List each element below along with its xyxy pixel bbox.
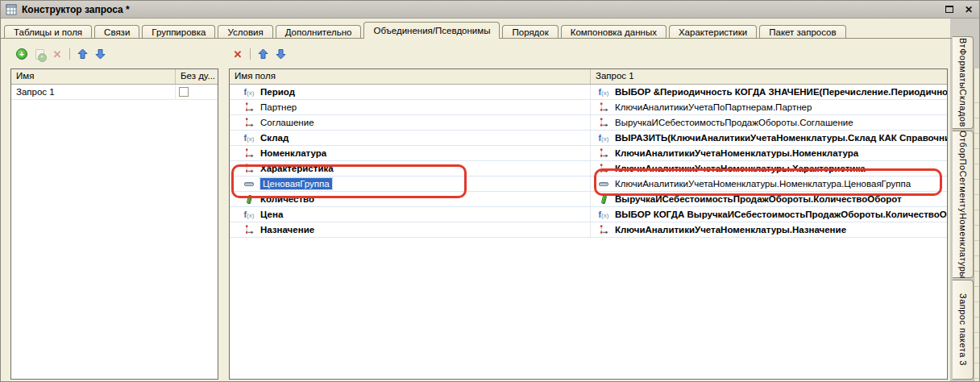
tab-additional[interactable]: Дополнительно [276, 25, 362, 39]
minus-icon [243, 182, 255, 186]
field-name-cell[interactable]: ЦеноваяГруппа [230, 176, 591, 191]
queries-toolbar: +✕ [14, 46, 110, 62]
table-row[interactable]: ПартнерКлючиАналитикиУчетаПоПартнерам.Па… [230, 100, 947, 115]
table-row[interactable]: f(x)Периодf(x)ВЫБОР &Периодичность КОГДА… [230, 85, 947, 100]
field-name-label: Номенклатура [260, 148, 326, 158]
column-header-query1: Запрос 1 [591, 69, 947, 84]
field-name-cell[interactable]: Назначение [230, 222, 591, 237]
query1-value-label: КлючиАналитикиУчетаНоменклатуры.Назначен… [615, 225, 846, 235]
query-name-cell[interactable]: Запрос 1 [11, 85, 176, 99]
queries-table[interactable]: Имя Без ду... Запрос 1 [10, 69, 218, 380]
add-copy-icon [31, 47, 48, 61]
fx-icon: f(x) [243, 210, 255, 219]
table-grid-icon [6, 4, 17, 15]
move-up-icon[interactable] [74, 47, 90, 61]
field-name-cell[interactable]: Соглашение [230, 115, 591, 130]
query1-value-label: ВыручкаИСебестоимостьПродажОбороты.Согла… [615, 118, 853, 127]
move-down-icon[interactable] [272, 47, 289, 61]
query1-value-cell[interactable]: КлючиАналитикиУчетаПоПартнерам.Партнер [591, 100, 947, 114]
field-icon [243, 118, 255, 127]
table-row[interactable]: ХарактеристикаКлючиАналитикиУчетаНоменкл… [230, 161, 947, 176]
fx-icon: f(x) [597, 87, 610, 97]
query-row[interactable]: Запрос 1 [11, 85, 218, 100]
field-name-cell[interactable]: f(x)Цена [230, 207, 591, 222]
table-row[interactable]: f(x)Складf(x)ВЫРАЗИТЬ(КлючиАналитикиУчет… [230, 131, 947, 146]
table-row[interactable]: СоглашениеВыручкаИСебестоимостьПродажОбо… [230, 115, 947, 131]
query1-value-cell[interactable]: f(x)ВЫБОР &Периодичность КОГДА ЗНАЧЕНИЕ(… [591, 85, 947, 99]
table-row[interactable]: НазначениеКлючиАналитикиУчетаНоменклатур… [230, 222, 947, 238]
query1-value-cell[interactable]: f(x)ВЫБОР КОГДА ВыручкаИСебестоимостьПро… [591, 207, 947, 222]
tab-query-batch[interactable]: Пакет запросов [759, 25, 845, 39]
query1-value-label: ВЫБОР КОГДА ВыручкаИСебестоимостьПродажО… [615, 210, 947, 219]
move-down-icon[interactable] [92, 47, 108, 61]
field-name-cell[interactable]: Партнер [230, 100, 591, 114]
queries-table-header: Имя Без ду... [11, 69, 218, 85]
column-header-name: Имя [11, 69, 176, 84]
field-icon [243, 148, 255, 158]
field-name-label: Соглашение [260, 118, 314, 127]
tab-tables-fields[interactable]: Таблицы и поля [4, 25, 92, 39]
maximize-button[interactable] [942, 3, 957, 16]
fx-icon: f(x) [243, 87, 255, 97]
close-button[interactable]: ✕ [961, 3, 976, 16]
query1-value-label: ВЫРАЗИТЬ(КлючиАналитикиУчетаНоменклатуры… [615, 133, 947, 143]
field-name-cell[interactable]: Номенклатура [230, 146, 591, 160]
tab-data-composition[interactable]: Компоновка данных [561, 25, 666, 39]
tab-links[interactable]: Связи [94, 25, 139, 39]
query1-value-cell[interactable]: КлючиАналитикиУчетаНоменклатуры.Номенкла… [591, 176, 947, 191]
field-name-label: Количество [260, 194, 314, 204]
tab-strip: Таблицы и поляСвязиГруппировкаУсловияДоп… [4, 22, 978, 39]
side-tab-strip: ВтФорматыСкладовОтборПоСегментуНоменклат… [950, 19, 979, 382]
toolbar-separator [69, 48, 70, 60]
field-name-cell[interactable]: Количество [230, 192, 591, 206]
field-name-label: Цена [260, 210, 283, 219]
sum-icon [597, 195, 610, 204]
query1-value-label: КлючиАналитикиУчетаПоПартнерам.Партнер [615, 102, 812, 112]
query1-value-cell[interactable]: ВыручкаИСебестоимостьПродажОбороты.Колич… [591, 192, 947, 206]
maximize-icon [945, 6, 953, 13]
fields-toolbar: ✕ [230, 46, 290, 62]
title-bar[interactable]: Конструктор запроса * ✕ [1, 1, 980, 19]
field-name-cell[interactable]: Характеристика [230, 161, 591, 176]
field-icon [597, 118, 610, 127]
tab-grouping[interactable]: Группировка [142, 25, 215, 39]
side-tab-vt-formaty-skladov[interactable]: ВтФорматыСкладов [953, 36, 974, 129]
table-row[interactable]: НоменклатураКлючиАналитикиУчетаНоменклат… [230, 146, 947, 161]
union-aliases-table[interactable]: Имя поля Запрос 1 f(x)Периодf(x)ВЫБОР &П… [229, 69, 948, 380]
add-icon[interactable]: + [14, 47, 30, 61]
table-row[interactable]: f(x)Ценаf(x)ВЫБОР КОГДА ВыручкаИСебестои… [230, 207, 947, 222]
query1-value-cell[interactable]: f(x)ВЫРАЗИТЬ(КлючиАналитикиУчетаНоменкла… [591, 131, 947, 145]
column-header-no-duplicates: Без ду... [176, 69, 218, 84]
tab-unions-aliases[interactable]: Объединения/Псевдонимы [363, 22, 500, 39]
query1-value-cell[interactable]: ВыручкаИСебестоимостьПродажОбороты.Согла… [591, 115, 947, 130]
tab-conditions[interactable]: Условия [218, 25, 272, 39]
fx-icon: f(x) [597, 210, 610, 219]
field-name-label: Склад [260, 133, 289, 143]
field-icon [597, 148, 610, 158]
query1-value-label: ВыручкаИСебестоимостьПродажОбороты.Колич… [615, 194, 902, 204]
side-tab-zapros-paketa-3[interactable]: Запрос пакета 3 [953, 280, 974, 380]
field-name-cell[interactable]: f(x)Склад [230, 131, 591, 145]
query1-value-cell[interactable]: КлючиАналитикиУчетаНоменклатуры.Характер… [591, 161, 947, 176]
query1-value-cell[interactable]: КлючиАналитикиУчетаНоменклатуры.Номенкла… [591, 146, 947, 160]
field-name-label: Назначение [260, 225, 314, 235]
fx-icon: f(x) [597, 133, 610, 143]
toolbar-separator [250, 48, 251, 60]
no-duplicates-checkbox[interactable] [179, 87, 189, 97]
query1-value-label: КлючиАналитикиУчетаНоменклатуры.Номенкла… [615, 179, 911, 189]
window-title: Конструктор запроса * [22, 4, 937, 15]
tab-characteristics[interactable]: Характеристики [669, 25, 757, 39]
field-name-selected[interactable]: ЦеноваяГруппа [260, 178, 332, 189]
query1-value-cell[interactable]: КлючиАналитикиУчетаНоменклатуры.Назначен… [591, 222, 947, 237]
move-up-icon[interactable] [255, 47, 271, 61]
field-name-cell[interactable]: f(x)Период [230, 85, 591, 99]
tab-order[interactable]: Порядок [502, 25, 558, 39]
side-tab-otbor-po-segmentu[interactable]: ОтборПоСегментуНоменклатуры [953, 131, 974, 278]
field-icon [243, 164, 255, 173]
table-row[interactable]: КоличествоВыручкаИСебестоимостьПродажОбо… [230, 192, 947, 207]
table-row[interactable]: ЦеноваяГруппаКлючиАналитикиУчетаНоменкла… [230, 176, 947, 192]
query-builder-window: Конструктор запроса * ✕ Таблицы и поляСв… [0, 0, 980, 382]
column-header-field-name: Имя поля [230, 69, 591, 84]
delete-icon[interactable]: ✕ [230, 47, 246, 61]
sum-icon [243, 195, 255, 204]
